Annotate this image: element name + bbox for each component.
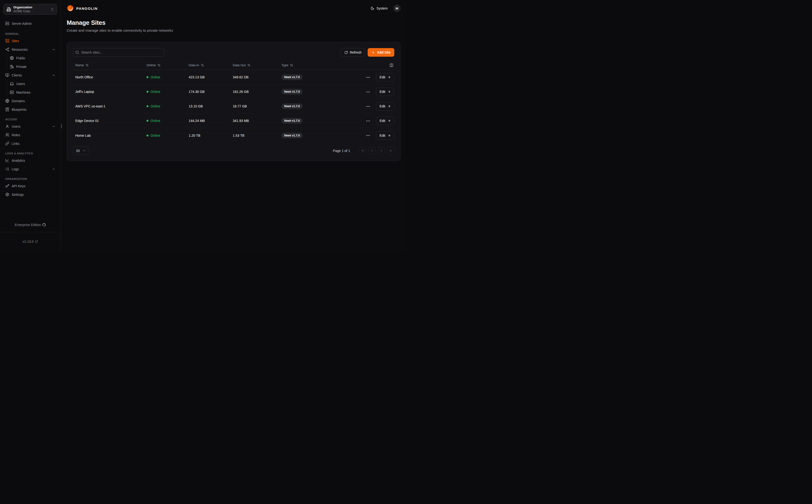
row-menu-button[interactable]: ⋯ — [365, 89, 371, 95]
sidebar-item-settings[interactable]: Settings — [3, 191, 57, 198]
site-type-badge: Newt v1.7.0 — [281, 103, 303, 109]
edit-button[interactable]: Edit — [376, 73, 394, 81]
next-page-button[interactable] — [378, 147, 385, 154]
version-row[interactable]: v1.13.0 — [0, 234, 61, 249]
refresh-button[interactable]: Refresh — [340, 48, 365, 57]
sidebar-item-label: Clients — [12, 73, 22, 77]
page-size-select[interactable]: 20 — [73, 146, 89, 155]
sort-icon — [86, 64, 89, 67]
sidebar-item-api-keys[interactable]: API Keys — [3, 182, 57, 190]
last-page-button[interactable] — [387, 147, 394, 154]
site-type-badge: Newt v1.7.0 — [281, 118, 303, 124]
online-status-dot — [147, 120, 148, 122]
site-name: Edge Device 01 — [75, 119, 147, 123]
chevron-down-icon[interactable] — [52, 125, 55, 128]
add-site-button[interactable]: Add Site — [368, 48, 394, 57]
search-icon — [75, 50, 79, 54]
column-header-data-in[interactable]: Data In — [189, 63, 233, 67]
site-status: Online — [147, 134, 189, 137]
edition-row[interactable]: Enterprise Edition — [0, 218, 61, 232]
sidebar-item-label: Resources — [12, 48, 28, 51]
brand[interactable]: PANGOLIN — [67, 5, 98, 12]
edit-button[interactable]: Edit — [376, 88, 394, 96]
chevron-down-icon[interactable] — [52, 167, 55, 171]
chevron-up-icon[interactable] — [52, 48, 55, 51]
column-header-online[interactable]: Online — [147, 63, 189, 67]
edit-button[interactable]: Edit — [376, 131, 394, 140]
section-label-logs-analytics: LOGS & ANALYTICS — [3, 152, 57, 155]
search-input[interactable] — [73, 48, 164, 57]
online-status-label: Online — [151, 75, 160, 79]
sidebar-item-server-admin[interactable]: Server Admin — [3, 20, 57, 27]
link-icon — [5, 141, 9, 146]
online-status-dot — [147, 91, 148, 93]
site-status: Online — [147, 104, 189, 108]
sidebar-item-clients[interactable]: Clients — [3, 71, 57, 79]
org-selector-label: Organization — [13, 5, 48, 9]
sidebar-item-blueprints[interactable]: Blueprints — [3, 106, 57, 113]
sidebar-item-logs[interactable]: Logs — [3, 165, 57, 173]
prev-page-button[interactable] — [368, 147, 376, 154]
sidebar-item-analytics[interactable]: Analytics — [3, 157, 57, 164]
site-data-in: 174.30 GB — [189, 90, 233, 94]
server-icon — [10, 90, 14, 94]
column-header-data-out[interactable]: Data Out — [233, 63, 281, 67]
sidebar-item-label: Analytics — [12, 159, 25, 162]
theme-toggle-button[interactable]: System — [370, 6, 388, 10]
chevron-right-icon — [380, 149, 383, 152]
columns-icon — [390, 63, 393, 67]
sidebar-item-label: Machines — [16, 91, 30, 94]
sidebar-item-public[interactable]: Public — [7, 54, 57, 62]
edit-button[interactable]: Edit — [376, 117, 394, 125]
topbar-right: System M — [370, 5, 401, 12]
sites-toolbar: Refresh Add Site — [73, 48, 394, 57]
toolbar-actions: Refresh Add Site — [340, 48, 394, 57]
main-content: PANGOLIN System M Manage Sites Create an… — [61, 0, 406, 252]
site-data-in: 144.24 MB — [189, 119, 233, 123]
chevrons-up-down-icon — [51, 8, 54, 11]
sidebar-item-client-users[interactable]: Users — [7, 80, 57, 87]
sidebar-item-machines[interactable]: Machines — [7, 89, 57, 96]
arrow-right-icon — [387, 105, 391, 108]
site-type-badge: Newt v1.7.0 — [281, 133, 303, 138]
first-page-button[interactable] — [359, 147, 366, 154]
sidebar-item-users[interactable]: Users — [3, 123, 57, 130]
sidebar-item-links[interactable]: Links — [3, 140, 57, 147]
chevrons-left-icon — [361, 149, 365, 152]
column-header-type[interactable]: Type — [281, 63, 351, 67]
table-row: North Office Online 423.13 GB 349.62 DB … — [73, 70, 394, 85]
avatar[interactable]: M — [393, 5, 401, 12]
column-header-name[interactable]: Name — [75, 63, 147, 67]
sort-icon — [247, 64, 250, 67]
row-menu-button[interactable]: ⋯ — [365, 103, 371, 109]
sidebar-resize-handle[interactable] — [61, 124, 62, 128]
sidebar-item-roles[interactable]: Roles — [3, 131, 57, 139]
sort-icon — [201, 64, 204, 67]
sidebar-item-resources[interactable]: Resources — [3, 46, 57, 53]
sidebar-item-domains[interactable]: Domains — [3, 97, 57, 105]
online-status-dot — [147, 105, 148, 107]
sidebar-item-label: API Keys — [12, 184, 25, 188]
table-header-row: Name Online Data In — [73, 60, 394, 70]
site-data-in: 423.13 GB — [189, 75, 233, 79]
sites-table: Name Online Data In — [73, 60, 394, 143]
users-icon — [5, 133, 9, 137]
row-menu-button[interactable]: ⋯ — [365, 74, 371, 80]
sort-icon — [157, 64, 161, 67]
sidebar-item-sites[interactable]: Sites — [3, 37, 57, 45]
sidebar-item-label: Server Admin — [12, 22, 32, 25]
sidebar-item-label: Roles — [12, 133, 20, 137]
edit-button[interactable]: Edit — [376, 102, 394, 111]
sidebar-item-label: Users — [16, 82, 25, 86]
row-menu-button[interactable]: ⋯ — [365, 132, 371, 138]
building-icon — [6, 7, 11, 12]
site-type-badge: Newt v1.7.0 — [281, 89, 303, 95]
org-selector-value: ACME Corp. — [13, 9, 48, 13]
org-selector[interactable]: Organization ACME Corp. — [3, 4, 57, 15]
refresh-label: Refresh — [350, 50, 361, 54]
row-menu-button[interactable]: ⋯ — [365, 118, 371, 124]
page-subtitle: Create and manage sites to enable connec… — [67, 28, 401, 32]
sidebar-item-private[interactable]: Private — [7, 63, 57, 70]
chevron-up-icon[interactable] — [52, 74, 55, 77]
column-visibility-button[interactable] — [351, 63, 394, 67]
